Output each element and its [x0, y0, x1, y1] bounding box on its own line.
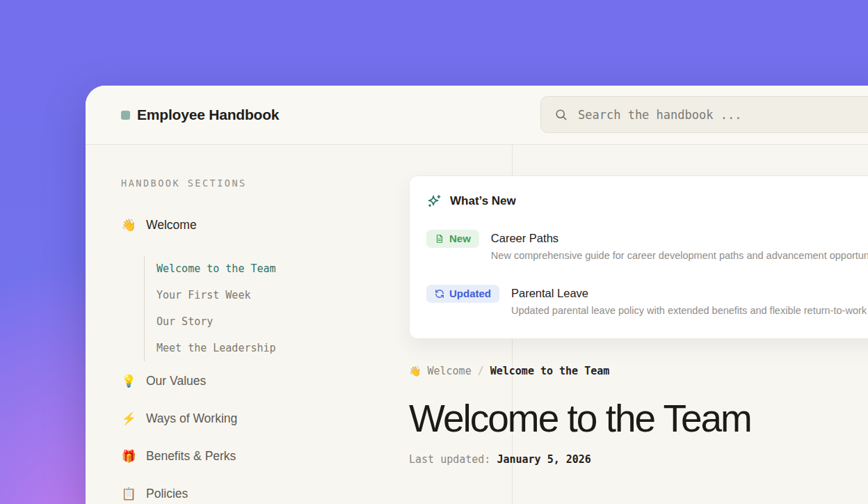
news-item-title: Career Paths [491, 230, 868, 245]
news-item-text: Career Paths New comprehensive guide for… [491, 230, 868, 261]
search-bar[interactable] [540, 96, 868, 133]
lightning-emoji-icon: ⚡ [121, 411, 136, 426]
news-item-career-paths[interactable]: New Career Paths New comprehensive guide… [426, 230, 868, 261]
lightbulb-emoji-icon: 💡 [121, 374, 136, 388]
updated-badge: Updated [426, 285, 499, 303]
last-updated-label: Last updated: [409, 453, 490, 466]
sidebar-item-label: Our Values [146, 374, 206, 388]
breadcrumb: 👋 Welcome / Welcome to the Team [409, 365, 868, 377]
app-title: Employee Handbook [137, 107, 279, 123]
app-header: Employee Handbook [86, 86, 868, 145]
gift-emoji-icon: 🎁 [121, 449, 136, 464]
badge-label: Updated [449, 288, 491, 299]
wave-emoji-icon: 👋 [409, 365, 421, 377]
sidebar-item-policies[interactable]: 📋 Policies [121, 487, 512, 501]
news-item-parental-leave[interactable]: Updated Parental Leave Updated parental … [426, 285, 868, 316]
page-title: Welcome to the Team [409, 397, 868, 441]
breadcrumb-separator: / [478, 365, 484, 377]
badge-label: New [449, 233, 471, 244]
refresh-icon [435, 289, 444, 299]
last-updated-row: Last updated: January 5, 2026 [409, 453, 868, 466]
sparkles-icon [426, 194, 442, 209]
sidebar-item-label: Policies [146, 487, 188, 501]
whats-new-header: What’s New [426, 194, 868, 209]
search-input[interactable] [577, 107, 844, 123]
sidebar-item-label: Welcome [146, 218, 197, 233]
desktop-background: { "app": { "title": "Employee Handbook" … [0, 0, 868, 504]
main-content: What’s New New Career Paths New comprehe… [409, 145, 868, 466]
document-icon [435, 234, 444, 244]
news-item-description: Updated parental leave policy with exten… [511, 305, 868, 316]
app-window: Employee Handbook HANDBOOK SECTIONS 👋 We… [86, 86, 868, 504]
sidebar-item-label: Ways of Working [146, 411, 237, 426]
search-icon [554, 108, 568, 121]
whats-new-title: What’s New [450, 194, 516, 208]
new-badge: New [426, 230, 479, 248]
breadcrumb-current-page: Welcome to the Team [490, 365, 610, 377]
wave-emoji-icon: 👋 [121, 218, 136, 233]
news-item-title: Parental Leave [511, 285, 868, 300]
last-updated-value: January 5, 2026 [497, 453, 590, 466]
app-logo-icon [121, 111, 130, 120]
whats-new-card: What’s New New Career Paths New comprehe… [409, 175, 868, 339]
news-item-description: New comprehensive guide for career devel… [491, 250, 868, 261]
breadcrumb-section[interactable]: Welcome [427, 365, 471, 377]
sidebar-item-label: Benefits & Perks [146, 449, 236, 464]
news-item-text: Parental Leave Updated parental leave po… [511, 285, 868, 316]
clipboard-emoji-icon: 📋 [121, 487, 136, 501]
